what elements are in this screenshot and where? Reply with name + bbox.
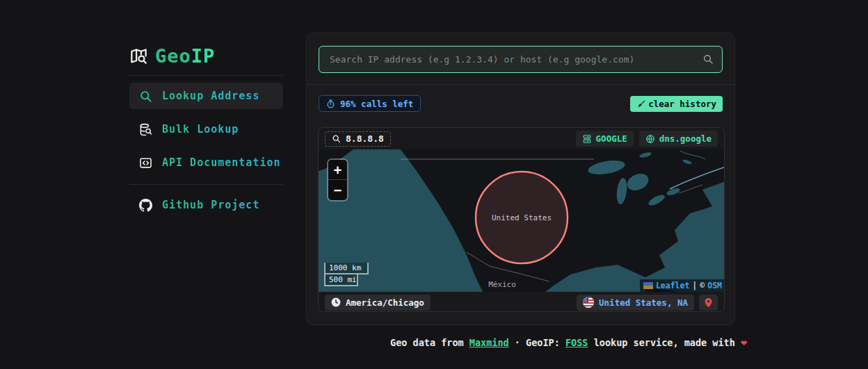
map-mexico-label: México [488, 280, 516, 289]
us-flag-icon [583, 297, 594, 308]
calls-left-label: 96% calls left [340, 99, 413, 109]
map-canvas: United States México [319, 149, 725, 292]
map-attribution: Leaflet | © OSM [640, 279, 725, 292]
timezone-label: America/Chicago [346, 297, 424, 308]
footer-text: lookup service, made with [588, 337, 741, 348]
page-footer: Geo data from Maxmind · GeoIP: FOSS look… [283, 336, 854, 349]
location-pill[interactable]: United States, NA [577, 295, 694, 311]
map-scale-control: 1000 km 500 mi [324, 263, 369, 286]
org-badge[interactable]: GOOGLE [576, 131, 634, 147]
scale-mi-label: 500 mi [324, 274, 358, 286]
sidebar-item-api-documentation[interactable]: API Documentation [129, 149, 283, 176]
server-icon [582, 134, 592, 144]
maxmind-link[interactable]: Maxmind [469, 337, 509, 348]
broom-icon [636, 99, 645, 108]
map-zoom-control: + − [327, 158, 348, 202]
copyright-symbol: © [700, 281, 705, 290]
map-search-icon [129, 47, 148, 65]
sidebar-item-label: Bulk Lookup [162, 123, 239, 136]
org-badge-label: GOOGLE [596, 133, 627, 144]
location-pin-icon [704, 297, 713, 308]
app-logo: GeoIP [129, 42, 283, 69]
toolbar: 96% calls left clear history [307, 85, 734, 112]
clear-history-button[interactable]: clear history [630, 96, 723, 112]
foss-link[interactable]: FOSS [565, 337, 588, 348]
footer-text: Geo data from [390, 337, 469, 348]
result-card: 8.8.8.8 GOOGLE dns.google [318, 127, 725, 312]
hostname-badge-label: dns.google [659, 133, 712, 144]
search-icon [139, 90, 152, 103]
main-card: 96% calls left clear history 8.8.8.8 [306, 33, 735, 325]
leaflet-link[interactable]: Leaflet [656, 281, 689, 290]
footer-text: · GeoIP: [509, 337, 565, 348]
location-label: United States, NA [599, 297, 688, 308]
sidebar-item-bulk-lookup[interactable]: Bulk Lookup [129, 116, 283, 142]
search-section [307, 33, 734, 85]
map[interactable]: United States México + − 1000 km 500 mi … [319, 149, 725, 292]
sidebar-item-lookup-address[interactable]: Lookup Address [129, 83, 283, 109]
code-window-icon [139, 156, 152, 170]
zoom-in-button[interactable]: + [328, 160, 347, 180]
sidebar-item-label: Lookup Address [162, 90, 259, 102]
result-header: 8.8.8.8 GOOGLE dns.google [319, 128, 724, 149]
sidebar-divider [129, 184, 283, 185]
github-icon [139, 199, 152, 212]
sidebar-divider [129, 75, 283, 76]
timezone-pill[interactable]: America/Chicago [325, 295, 431, 311]
sidebar: GeoIP Lookup Address Bulk Lookup API Doc… [129, 42, 283, 218]
sidebar-item-label: Github Project [162, 199, 259, 211]
ukraine-flag-icon [643, 282, 653, 289]
result-footer: America/Chicago [319, 292, 724, 312]
search-input[interactable] [319, 46, 723, 73]
page-title: GeoIP [155, 45, 215, 67]
search-icon [702, 54, 714, 65]
scale-km-label: 1000 km [324, 263, 369, 274]
hostname-badge[interactable]: dns.google [639, 131, 718, 147]
sidebar-item-label: API Documentation [162, 156, 281, 169]
zoom-out-button[interactable]: − [328, 180, 347, 200]
database-search-icon [139, 123, 152, 136]
ip-address-chip[interactable]: 8.8.8.8 [325, 131, 391, 147]
stopwatch-icon [326, 99, 335, 108]
clock-icon [331, 297, 341, 307]
sidebar-item-github-project[interactable]: Github Project [129, 192, 283, 218]
ip-address-value: 8.8.8.8 [346, 133, 384, 144]
clear-history-label: clear history [648, 99, 716, 109]
attribution-separator: | [692, 281, 697, 290]
map-country-label: United States [492, 213, 552, 222]
heart-icon: ❤ [741, 336, 747, 349]
globe-icon [645, 134, 655, 144]
osm-link[interactable]: OSM [707, 281, 722, 290]
calls-left-badge: 96% calls left [319, 95, 421, 112]
search-icon [332, 134, 341, 143]
map-pin-button[interactable] [699, 295, 718, 311]
